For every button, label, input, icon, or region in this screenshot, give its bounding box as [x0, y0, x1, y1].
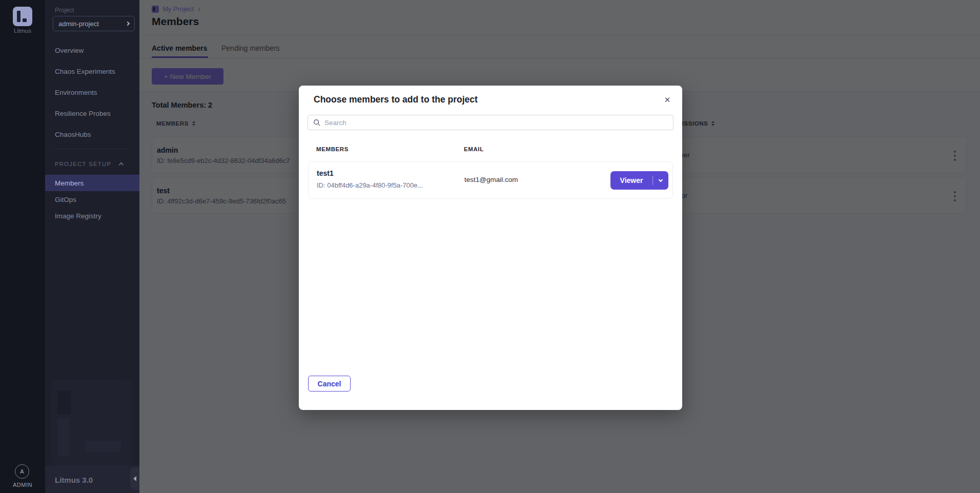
chevron-right-icon [126, 22, 130, 26]
sidebar-divider [54, 149, 127, 149]
chevron-down-icon[interactable] [653, 180, 668, 181]
project-label: Project [55, 7, 74, 14]
project-setup-list: Members GitOps Image Registry [45, 175, 139, 224]
search-input[interactable] [324, 119, 668, 127]
sidebar-item-members[interactable]: Members [45, 175, 139, 191]
sidebar-item-resilience-probes[interactable]: Resilience Probes [45, 103, 139, 124]
modal-member-id: ID: 04bff4d6-a29a-4f80-9f5a-700e... [317, 181, 423, 189]
user-avatar[interactable]: A [15, 464, 29, 479]
sidebar-item-chaoshubs[interactable]: ChaosHubs [45, 124, 139, 145]
project-selector[interactable]: admin-project [53, 16, 135, 31]
modal-member-email: test1@gmail.com [464, 176, 518, 183]
cancel-button[interactable]: Cancel [308, 376, 351, 392]
sidebar-item-image-registry[interactable]: Image Registry [45, 208, 139, 224]
chevron-up-icon[interactable] [119, 162, 124, 168]
sidebar-item-chaos-experiments[interactable]: Chaos Experiments [45, 61, 139, 82]
close-icon[interactable]: ✕ [660, 93, 675, 107]
app-version-label: Litmus 3.0 [55, 476, 93, 484]
sidebar-footer: Litmus 3.0 [45, 465, 139, 493]
litmus-logo-label: Litmus [0, 28, 45, 34]
sidebar-icon-strip: Litmus A ADMIN [0, 0, 45, 493]
sidebar-collapse-handle[interactable] [130, 467, 139, 490]
modal-member-row-test1[interactable]: test1 ID: 04bff4d6-a29a-4f80-9f5a-700e..… [308, 161, 673, 199]
litmus-logo-mark [23, 18, 27, 22]
search-icon [313, 119, 320, 126]
litmus-logo-icon[interactable] [13, 7, 32, 26]
project-selector-value: admin-project [58, 20, 126, 28]
search-box [308, 115, 673, 130]
litmus-logo-mark [17, 11, 21, 22]
modal-column-header-email: EMAIL [464, 146, 484, 152]
add-members-modal: Choose members to add to the project ✕ M… [299, 86, 682, 410]
modal-title: Choose members to add to the project [314, 94, 478, 105]
modal-member-name: test1 [317, 169, 334, 177]
role-select-split-button[interactable]: Viewer [610, 171, 668, 190]
modal-column-header-members: MEMBERS [316, 146, 349, 152]
sidebar-illustration [51, 380, 132, 465]
sidebar-item-overview[interactable]: Overview [45, 40, 139, 61]
sidebar-item-gitops[interactable]: GitOps [45, 191, 139, 208]
sidebar-panel: Project admin-project Overview Chaos Exp… [45, 0, 139, 493]
sidebar-nav: Overview Chaos Experiments Environments … [45, 40, 139, 145]
project-setup-section-label: PROJECT SETUP [55, 161, 111, 167]
role-select-label: Viewer [610, 176, 652, 184]
user-role-label: ADMIN [0, 482, 45, 488]
app-window: My Project Members Active members Pendin… [0, 0, 980, 493]
triangle-left-icon [133, 476, 136, 481]
sidebar-item-environments[interactable]: Environments [45, 82, 139, 103]
